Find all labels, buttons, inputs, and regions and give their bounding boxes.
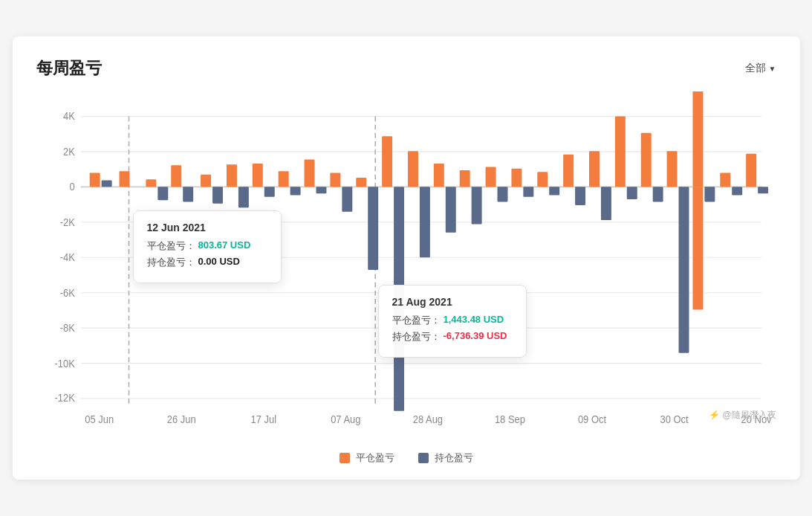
svg-rect-22: [119, 171, 129, 187]
svg-rect-57: [575, 187, 585, 205]
chart-legend: 平仓盈亏 持仓盈亏: [36, 451, 776, 465]
svg-rect-33: [264, 187, 274, 196]
svg-text:-12K: -12K: [54, 393, 75, 404]
filter-button[interactable]: 全部 ▼: [745, 62, 776, 75]
svg-rect-30: [226, 164, 236, 187]
svg-rect-27: [183, 187, 193, 201]
svg-rect-56: [563, 155, 574, 187]
svg-rect-63: [652, 187, 663, 201]
svg-rect-46: [433, 164, 444, 187]
svg-text:-2K: -2K: [59, 216, 75, 228]
svg-rect-47: [445, 187, 455, 232]
main-card: 每周盈亏 全部 ▼ 4K 2K 0 -2K -4K -6K: [13, 36, 800, 480]
svg-rect-21: [101, 180, 111, 187]
svg-text:2K: 2K: [62, 146, 75, 158]
svg-rect-36: [304, 160, 314, 187]
svg-rect-43: [394, 187, 404, 410]
filter-label: 全部: [745, 62, 766, 75]
svg-rect-20: [89, 172, 100, 187]
svg-rect-54: [537, 172, 548, 187]
svg-rect-29: [212, 187, 223, 203]
svg-text:05 Jun: 05 Jun: [85, 414, 114, 426]
svg-rect-34: [278, 171, 288, 187]
svg-rect-70: [732, 187, 742, 195]
svg-rect-35: [290, 187, 300, 195]
watermark-text: 隨風潛入夜: [732, 410, 776, 420]
card-header: 每周盈亏 全部 ▼: [36, 57, 776, 80]
svg-rect-37: [316, 187, 326, 193]
svg-rect-49: [471, 187, 481, 224]
svg-rect-55: [549, 187, 559, 195]
svg-rect-28: [201, 175, 211, 187]
svg-rect-52: [511, 169, 522, 187]
svg-rect-62: [640, 133, 651, 187]
svg-rect-38: [330, 172, 340, 187]
svg-text:30 Oct: 30 Oct: [660, 414, 688, 426]
svg-rect-51: [497, 187, 507, 201]
watermark: ⚡️ @隨風潛入夜: [709, 409, 776, 422]
svg-rect-26: [171, 165, 181, 187]
svg-text:-6K: -6K: [59, 287, 75, 299]
svg-rect-41: [368, 187, 378, 270]
svg-rect-45: [419, 187, 429, 257]
svg-text:26 Jun: 26 Jun: [166, 414, 195, 426]
svg-rect-60: [614, 116, 625, 187]
svg-rect-58: [589, 151, 600, 187]
svg-text:18 Sep: 18 Sep: [494, 414, 524, 426]
svg-rect-25: [157, 187, 168, 200]
svg-rect-53: [523, 187, 533, 196]
svg-rect-61: [626, 187, 637, 199]
svg-text:09 Oct: 09 Oct: [577, 414, 605, 426]
legend-open: 持仓盈亏: [418, 451, 473, 465]
bar-chart: 4K 2K 0 -2K -4K -6K -8K -10K -12K: [36, 91, 776, 448]
svg-rect-66: [692, 91, 703, 187]
svg-rect-68: [704, 187, 715, 201]
svg-rect-50: [485, 167, 496, 187]
svg-text:0: 0: [69, 181, 75, 193]
svg-rect-65: [678, 187, 689, 352]
svg-rect-32: [252, 164, 262, 187]
svg-text:-4K: -4K: [59, 251, 75, 263]
legend-closed-dot: [340, 453, 350, 463]
svg-rect-72: [758, 187, 768, 193]
svg-rect-42: [382, 136, 392, 187]
svg-rect-67: [692, 187, 703, 309]
svg-rect-40: [356, 178, 366, 187]
svg-rect-59: [600, 187, 611, 220]
chart-area: 4K 2K 0 -2K -4K -6K -8K -10K -12K: [36, 91, 776, 448]
legend-open-dot: [418, 453, 429, 463]
svg-text:28 Aug: 28 Aug: [412, 414, 442, 426]
svg-rect-44: [407, 151, 418, 187]
svg-rect-39: [342, 187, 352, 211]
chevron-down-icon: ▼: [769, 65, 776, 73]
svg-rect-69: [720, 172, 730, 187]
legend-open-label: 持仓盈亏: [435, 451, 473, 465]
legend-closed-label: 平仓盈亏: [356, 451, 394, 465]
svg-rect-31: [238, 187, 248, 207]
svg-rect-48: [459, 170, 470, 187]
svg-text:-8K: -8K: [59, 322, 75, 334]
page-title: 每周盈亏: [36, 57, 102, 80]
legend-closed: 平仓盈亏: [340, 451, 394, 465]
svg-rect-24: [146, 179, 156, 187]
svg-text:07 Aug: 07 Aug: [331, 414, 360, 426]
svg-text:4K: 4K: [62, 110, 75, 122]
svg-rect-64: [666, 151, 677, 187]
svg-rect-71: [746, 154, 756, 187]
svg-text:-10K: -10K: [54, 358, 75, 370]
svg-text:17 Jul: 17 Jul: [250, 414, 276, 426]
